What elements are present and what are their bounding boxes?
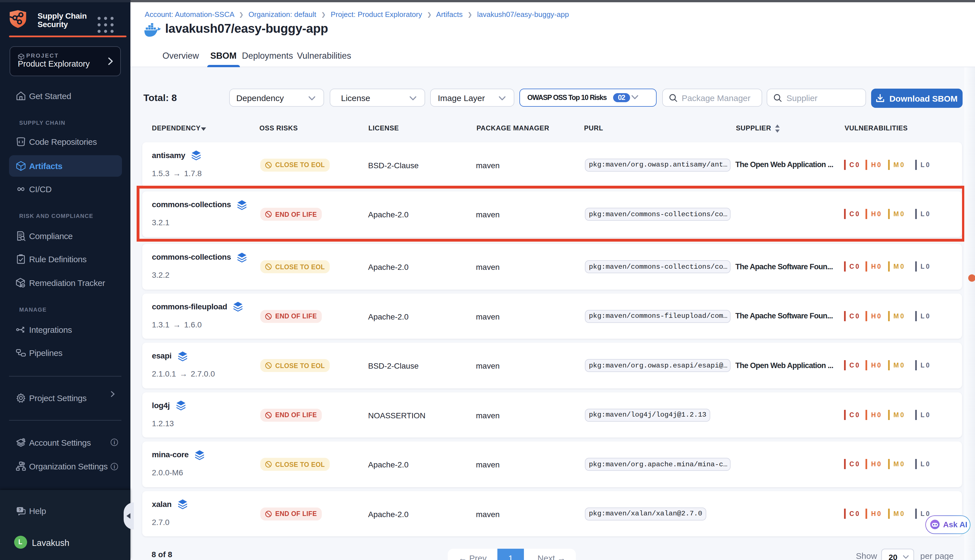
svg-text:?: ? bbox=[18, 507, 21, 512]
